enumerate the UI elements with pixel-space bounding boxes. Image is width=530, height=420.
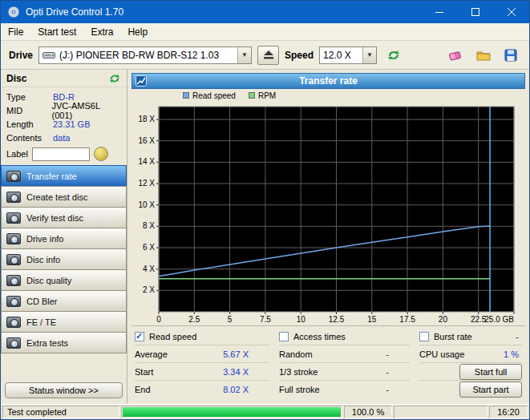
statusbar: Test completed 100.0 % 16:20 — [1, 404, 529, 419]
svg-text:10: 10 — [297, 315, 306, 324]
disc-panel-title: Disc — [6, 73, 26, 84]
burst-rate-column: Burst rate - CPU usage 1 % Start full St… — [419, 328, 522, 398]
stat-label: Full stroke — [279, 385, 320, 394]
progress-percent: 100.0 % — [344, 406, 392, 418]
sidebar-item-verify-test-disc[interactable]: Verify test disc — [1, 207, 127, 228]
read-speed-checkbox[interactable] — [135, 332, 144, 341]
speed-select[interactable]: 12.0 X ▼ — [319, 46, 377, 64]
svg-text:20: 20 — [439, 315, 448, 324]
disc-panel-header: Disc — [1, 70, 127, 87]
status-window-button[interactable]: Status window >> — [5, 382, 123, 398]
menu-start-test[interactable]: Start test — [30, 23, 83, 40]
elapsed-time: 16:20 — [489, 406, 528, 418]
svg-text:15: 15 — [367, 315, 377, 324]
svg-text:12 X: 12 X — [138, 179, 155, 188]
svg-text:25.0 GB: 25.0 GB — [484, 315, 514, 324]
close-button[interactable] — [493, 1, 529, 23]
svg-text:18 X: 18 X — [138, 115, 155, 123]
burst-rate-checkbox[interactable] — [419, 332, 429, 341]
sidebar-item-fe-te[interactable]: FE / TE — [1, 311, 127, 333]
average-value: 5.67 X — [223, 349, 249, 359]
start-part-row: Start part — [419, 381, 522, 398]
burst-rate-value: - — [516, 332, 519, 341]
disc-icon — [6, 233, 21, 244]
start-part-button[interactable]: Start part — [459, 382, 522, 398]
sidebar-item-disc-quality[interactable]: Disc quality — [1, 269, 127, 291]
one-third-stroke-value: - — [386, 367, 389, 377]
end-value: 8.02 X — [223, 385, 249, 394]
maximize-button[interactable] — [457, 1, 493, 23]
svg-text:6 X: 6 X — [143, 243, 155, 252]
chevron-down-icon[interactable]: ▼ — [362, 47, 376, 63]
speed-label: Speed — [285, 50, 314, 61]
save-results-button[interactable] — [500, 46, 521, 65]
page-title: Transfer rate — [132, 75, 524, 87]
sidebar-item-transfer-rate[interactable]: Transfer rate — [1, 165, 127, 187]
stat-label: End — [135, 385, 151, 394]
sidebar-item-disc-info[interactable]: Disc info — [1, 248, 127, 270]
minimize-button[interactable] — [421, 1, 457, 23]
sidebar-item-label: Verify test disc — [26, 213, 83, 223]
stat-label: 1/3 stroke — [279, 367, 318, 377]
sidebar-item-label: Create test disc — [26, 192, 87, 202]
toolbar: Drive (J:) PIONEER BD-RW BDR-S12 1.03 ▼ … — [1, 41, 529, 70]
titlebar: Opti Drive Control 1.70 — [1, 1, 529, 23]
start-full-row: Start full — [419, 363, 522, 381]
end-row: End 8.02 X — [135, 381, 269, 398]
disc-icon — [6, 317, 21, 328]
legend-label: RPM — [258, 91, 276, 100]
disc-icon — [6, 296, 21, 307]
chart-legend: Read speed RPM — [131, 89, 525, 102]
open-file-button[interactable] — [472, 46, 494, 65]
read-speed-column: Read speed Average 5.67 X Start 3.34 X E… — [135, 328, 269, 398]
refresh-disc-icon[interactable] — [108, 73, 121, 84]
refresh-speeds-button[interactable] — [382, 46, 404, 65]
field-value: JVC-AMS6L (001) — [51, 101, 121, 120]
random-row: Random - — [279, 345, 410, 363]
field-value: 23.31 GB — [53, 119, 90, 129]
svg-text:7.5: 7.5 — [260, 315, 271, 324]
start-row: Start 3.34 X — [135, 363, 269, 381]
main-panel: Transfer rate Read speed RPM 2 X4 X6 X8 … — [127, 70, 529, 404]
sidebar-item-create-test-disc[interactable]: Create test disc — [1, 186, 127, 208]
disc-icon — [6, 171, 21, 182]
svg-text:16 X: 16 X — [138, 136, 155, 145]
svg-text:17.5: 17.5 — [399, 315, 415, 324]
window-controls — [421, 1, 529, 23]
cpu-usage-row: CPU usage 1 % — [419, 345, 522, 363]
start-full-button[interactable]: Start full — [459, 364, 522, 380]
eject-button[interactable] — [257, 46, 279, 65]
disc-label-icon[interactable] — [94, 147, 108, 161]
drive-select[interactable]: (J:) PIONEER BD-RW BDR-S12 1.03 ▼ — [38, 46, 252, 64]
disc-icon — [6, 337, 21, 349]
field-label: Type — [6, 92, 53, 102]
sidebar-item-extra-tests[interactable]: Extra tests — [1, 332, 127, 353]
menu-file[interactable]: File — [1, 23, 30, 40]
sidebar-item-drive-info[interactable]: Drive info — [1, 228, 127, 249]
svg-text:5: 5 — [228, 315, 233, 324]
menubar: File Start test Extra Help — [1, 23, 529, 41]
read-speed-checkbox-label: Read speed — [149, 332, 196, 341]
erase-disc-button[interactable] — [445, 46, 467, 65]
sidebar-item-label: FE / TE — [26, 317, 56, 327]
cpu-usage-value: 1 % — [504, 349, 519, 359]
field-value[interactable]: data — [53, 133, 70, 143]
legend-rpm: RPM — [249, 91, 276, 100]
full-stroke-value: - — [386, 385, 389, 394]
sidebar-item-cd-bler[interactable]: CD Bler — [1, 290, 127, 312]
window-title: Opti Drive Control 1.70 — [26, 6, 123, 18]
legend-read-speed: Read speed — [183, 91, 236, 100]
field-label: Length — [6, 119, 53, 129]
menu-help[interactable]: Help — [120, 23, 155, 40]
disc-label-input[interactable] — [32, 147, 90, 161]
menu-extra[interactable]: Extra — [83, 23, 120, 40]
left-panel: Disc Type BD-R MID JVC-AMS6L (001) Lengt… — [1, 70, 127, 404]
access-times-checkbox[interactable] — [279, 332, 289, 341]
progress-bar-fill — [123, 407, 341, 417]
chevron-down-icon[interactable]: ▼ — [237, 47, 251, 63]
app-icon — [7, 6, 20, 18]
drive-icon — [42, 50, 55, 60]
svg-text:2.5: 2.5 — [188, 315, 200, 324]
svg-text:10 X: 10 X — [138, 200, 155, 209]
access-times-checkbox-row: Access times — [279, 328, 410, 345]
